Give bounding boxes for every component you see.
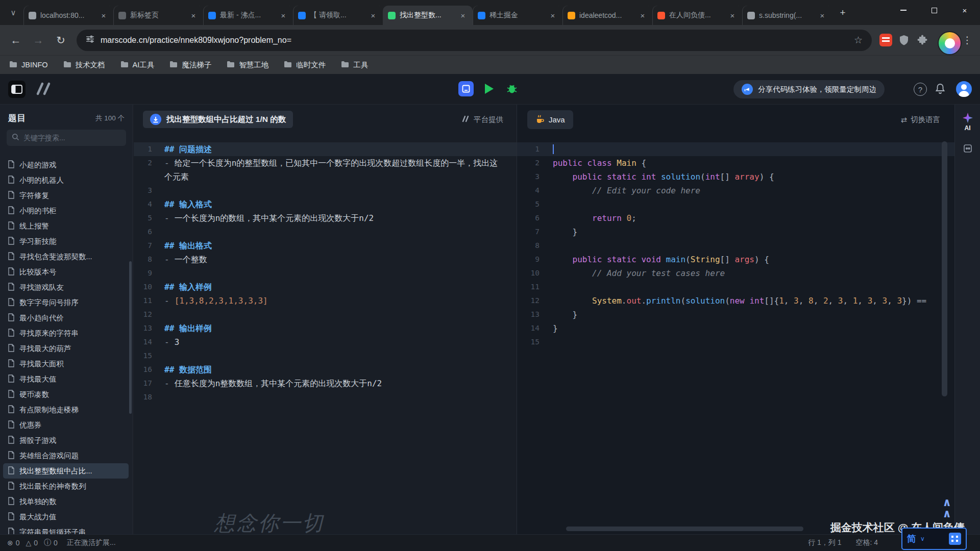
tab-close-icon[interactable]: × [818,11,827,20]
browser-menu-icon[interactable]: ⋮ [960,30,975,51]
browser-tab[interactable]: idealeetcod...× [562,6,652,25]
address-bar[interactable]: marscode.cn/practice/nnek809lxwjono?prob… [77,30,872,51]
bookmark-item[interactable]: 智慧工地 [227,60,268,70]
sidebar-item-problem[interactable]: 摇骰子游戏 [3,433,129,448]
new-tab-button[interactable]: + [835,5,850,20]
shield-extension-icon[interactable] [895,32,913,49]
keyboard-icon[interactable] [949,533,961,545]
browser-tab[interactable]: 在人间负债...× [652,6,742,25]
browser-tab[interactable]: 稀土掘金× [473,6,562,25]
forward-icon[interactable]: → [28,30,49,51]
code-line[interactable]: 11 [517,280,954,294]
sidebar-item-problem[interactable]: 小明的书柜 [3,203,129,218]
search-input[interactable] [23,134,121,142]
bookmark-item[interactable]: AI工具 [120,60,155,70]
sidebar-item-problem[interactable]: 数字字母问号排序 [3,295,129,310]
search-box[interactable] [7,130,126,146]
help-icon[interactable]: ? [914,83,927,96]
sidebar-item-problem[interactable]: 硬币凑数 [3,387,129,402]
tab-close-icon[interactable]: × [458,11,468,20]
plugin-chip-icon[interactable] [962,143,973,156]
extensions-puzzle-icon[interactable] [914,32,931,49]
download-icon[interactable] [150,114,161,125]
code-line[interactable]: 7 } [517,225,954,239]
user-avatar[interactable] [956,81,972,97]
sidebar-scrollbar[interactable] [129,261,132,414]
sidebar-item-problem[interactable]: 寻找最大面积 [3,356,129,371]
browser-tab[interactable]: localhost:80...× [23,6,113,25]
sidebar-item-problem[interactable]: 找出最长的神奇数列 [3,479,129,494]
console-button[interactable] [458,81,474,96]
sidebar-item-problem[interactable]: 字符修复 [3,188,129,203]
code-line[interactable]: 3 public static int solution(int[] array… [517,170,954,184]
ai-assistant-button[interactable]: AI [963,113,973,132]
sidebar-item-problem[interactable]: 字符串最短循环子串 [3,524,129,534]
browser-tab[interactable]: 【 请领取...× [293,6,383,25]
ime-status-bar[interactable]: 简 ∨ [901,528,967,550]
code-editor[interactable]: 12public class Main {3 public static int… [517,131,954,534]
code-line[interactable]: 6 return 0; [517,211,954,225]
switch-language-button[interactable]: ⇄ 切换语言 [901,115,940,124]
sidebar-item-problem[interactable]: 线上报警 [3,218,129,234]
close-window-button[interactable]: × [949,0,980,20]
tab-close-icon[interactable]: × [728,11,737,20]
back-icon[interactable]: ← [5,30,27,51]
ime-simplified-label[interactable]: 简 [907,533,916,545]
notification-bell-icon[interactable] [934,83,946,98]
sidebar-item-problem[interactable]: 寻找原来的字符串 [3,325,129,341]
sidebar-item-problem[interactable]: 有点限制地走楼梯 [3,402,129,417]
code-line[interactable]: 14} [517,321,954,335]
bookmark-item[interactable]: JBINFO [9,61,48,69]
tab-close-icon[interactable]: × [369,11,378,20]
sidebar-item-problem[interactable]: 学习新技能 [3,234,129,249]
tab-close-icon[interactable]: × [548,11,557,20]
url-text[interactable]: marscode.cn/practice/nnek809lxwjono?prob… [101,36,848,45]
indent-setting[interactable]: 空格: 4 [855,538,878,547]
code-line[interactable]: 12 System.out.println(solution(new int[]… [517,294,954,308]
code-line[interactable]: 13 } [517,308,954,321]
minimize-button[interactable] [888,0,919,20]
sidebar-item-problem[interactable]: 最小趋向代价 [3,310,129,325]
browser-tab[interactable]: 最新 - 沸点...× [203,6,293,25]
code-line[interactable]: 10 // Add your test cases here [517,266,954,280]
horizontal-scrollbar[interactable] [566,527,803,531]
sidebar-item-problem[interactable]: 找出整型数组中占比... [3,463,129,479]
maximize-button[interactable] [919,0,949,20]
tab-search-icon[interactable]: ∨ [5,5,21,21]
profile-avatar[interactable] [938,31,962,55]
sidebar-item-problem[interactable]: 最大战力值 [3,509,129,524]
tab-close-icon[interactable]: × [279,11,288,20]
bookmark-item[interactable]: 临时文件 [284,60,326,70]
sidebar-item-problem[interactable]: 小超的游戏 [3,157,129,172]
pdf-extension-icon[interactable] [877,32,894,49]
sidebar-item-problem[interactable]: 比较版本号 [3,264,129,280]
code-line[interactable]: 15 [517,335,954,349]
code-line[interactable]: 2public class Main { [517,156,954,170]
code-line[interactable]: 4 // Edit your code here [517,184,954,197]
sidebar-item-problem[interactable]: 找单独的数 [3,494,129,509]
bookmark-star-icon[interactable]: ☆ [854,34,863,46]
tune-icon[interactable] [86,35,94,45]
sidebar-item-problem[interactable]: 寻找最大的葫芦 [3,341,129,356]
sidebar-item-problem[interactable]: 寻找最大值 [3,371,129,387]
scroll-to-top-button[interactable]: ∧ ∧ [942,497,951,519]
code-line[interactable]: 1 [517,142,954,156]
sidebar-item-problem[interactable]: 小明的机器人 [3,172,129,188]
promo-banner[interactable]: 分享代码练习体验，领限量定制周边 [733,80,885,98]
bookmark-item[interactable]: 技术文档 [63,60,105,70]
tab-close-icon[interactable]: × [99,11,108,20]
browser-tab[interactable]: 新标签页× [113,6,203,25]
code-line[interactable]: 8 [517,239,954,253]
sidebar-toggle-icon[interactable] [8,81,26,98]
bookmark-item[interactable]: 工具 [341,60,368,70]
vertical-scrollbar[interactable] [942,141,947,396]
sidebar-item-problem[interactable]: 优惠券 [3,417,129,433]
tab-close-icon[interactable]: × [638,11,647,20]
sidebar-item-problem[interactable]: 英雄组合游戏问题 [3,448,129,463]
bookmark-item[interactable]: 魔法梯子 [169,60,211,70]
browser-tab[interactable]: s.substring(...× [742,6,832,25]
tab-close-icon[interactable]: × [189,11,198,20]
code-line[interactable]: 9 public static void main(String[] args)… [517,253,954,266]
debug-bug-button[interactable] [504,81,520,96]
sidebar-item-problem[interactable]: 寻找游戏队友 [3,280,129,295]
